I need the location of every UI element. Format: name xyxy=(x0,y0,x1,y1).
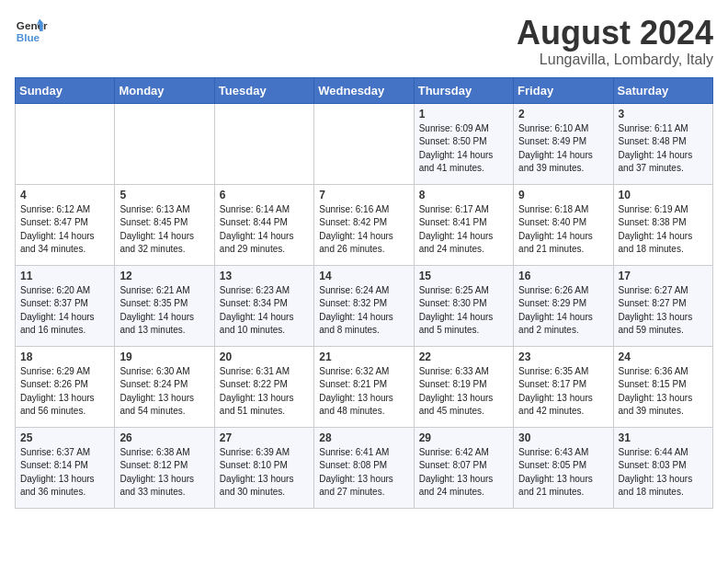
calendar-header-row: SundayMondayTuesdayWednesdayThursdayFrid… xyxy=(16,77,713,103)
day-number: 18 xyxy=(20,350,109,363)
day-info: Sunrise: 6:26 AM Sunset: 8:29 PM Dayligh… xyxy=(518,284,608,338)
week-row-3: 18Sunrise: 6:29 AM Sunset: 8:26 PM Dayli… xyxy=(16,346,713,427)
day-info: Sunrise: 6:11 AM Sunset: 8:48 PM Dayligh… xyxy=(619,122,708,176)
day-number: 26 xyxy=(119,431,209,444)
day-number: 15 xyxy=(419,270,508,282)
day-cell xyxy=(16,103,115,184)
header-monday: Monday xyxy=(115,77,214,103)
day-cell: 6Sunrise: 6:14 AM Sunset: 8:44 PM Daylig… xyxy=(214,184,313,265)
day-number: 23 xyxy=(518,350,608,363)
day-info: Sunrise: 6:30 AM Sunset: 8:24 PM Dayligh… xyxy=(119,365,209,419)
day-info: Sunrise: 6:24 AM Sunset: 8:32 PM Dayligh… xyxy=(319,284,408,338)
day-cell: 8Sunrise: 6:17 AM Sunset: 8:41 PM Daylig… xyxy=(414,184,513,265)
day-cell: 29Sunrise: 6:42 AM Sunset: 8:07 PM Dayli… xyxy=(414,427,513,508)
day-cell: 15Sunrise: 6:25 AM Sunset: 8:30 PM Dayli… xyxy=(414,265,513,346)
day-number: 7 xyxy=(319,189,408,201)
day-number: 13 xyxy=(220,270,309,282)
day-info: Sunrise: 6:19 AM Sunset: 8:38 PM Dayligh… xyxy=(619,203,708,257)
day-cell: 27Sunrise: 6:39 AM Sunset: 8:10 PM Dayli… xyxy=(214,427,313,508)
day-cell xyxy=(214,103,313,184)
day-info: Sunrise: 6:17 AM Sunset: 8:41 PM Dayligh… xyxy=(419,203,508,257)
logo: General Blue xyxy=(15,15,48,48)
day-info: Sunrise: 6:38 AM Sunset: 8:12 PM Dayligh… xyxy=(119,446,209,500)
day-cell: 4Sunrise: 6:12 AM Sunset: 8:47 PM Daylig… xyxy=(16,184,115,265)
day-number: 27 xyxy=(220,431,309,444)
day-info: Sunrise: 6:37 AM Sunset: 8:14 PM Dayligh… xyxy=(20,446,109,500)
header-thursday: Thursday xyxy=(414,77,513,103)
header-tuesday: Tuesday xyxy=(214,77,313,103)
day-cell: 30Sunrise: 6:43 AM Sunset: 8:05 PM Dayli… xyxy=(514,427,613,508)
svg-text:Blue: Blue xyxy=(17,31,40,43)
week-row-0: 1Sunrise: 6:09 AM Sunset: 8:50 PM Daylig… xyxy=(16,103,713,184)
day-cell: 23Sunrise: 6:35 AM Sunset: 8:17 PM Dayli… xyxy=(514,346,613,427)
day-number: 21 xyxy=(319,350,408,363)
week-row-1: 4Sunrise: 6:12 AM Sunset: 8:47 PM Daylig… xyxy=(16,184,713,265)
day-info: Sunrise: 6:10 AM Sunset: 8:49 PM Dayligh… xyxy=(518,122,608,176)
day-number: 6 xyxy=(220,189,309,201)
day-cell: 25Sunrise: 6:37 AM Sunset: 8:14 PM Dayli… xyxy=(16,427,115,508)
day-info: Sunrise: 6:14 AM Sunset: 8:44 PM Dayligh… xyxy=(220,203,309,257)
day-cell: 17Sunrise: 6:27 AM Sunset: 8:27 PM Dayli… xyxy=(613,265,712,346)
day-cell: 21Sunrise: 6:32 AM Sunset: 8:21 PM Dayli… xyxy=(314,346,414,427)
day-number: 31 xyxy=(619,431,708,444)
day-info: Sunrise: 6:32 AM Sunset: 8:21 PM Dayligh… xyxy=(319,365,408,419)
day-cell: 26Sunrise: 6:38 AM Sunset: 8:12 PM Dayli… xyxy=(115,427,214,508)
day-cell: 13Sunrise: 6:23 AM Sunset: 8:34 PM Dayli… xyxy=(214,265,313,346)
day-info: Sunrise: 6:12 AM Sunset: 8:47 PM Dayligh… xyxy=(20,203,109,257)
day-info: Sunrise: 6:42 AM Sunset: 8:07 PM Dayligh… xyxy=(419,446,508,500)
day-info: Sunrise: 6:29 AM Sunset: 8:26 PM Dayligh… xyxy=(20,365,109,419)
day-cell: 28Sunrise: 6:41 AM Sunset: 8:08 PM Dayli… xyxy=(314,427,414,508)
day-number: 14 xyxy=(319,270,408,282)
day-cell: 18Sunrise: 6:29 AM Sunset: 8:26 PM Dayli… xyxy=(16,346,115,427)
day-cell: 12Sunrise: 6:21 AM Sunset: 8:35 PM Dayli… xyxy=(115,265,214,346)
day-info: Sunrise: 6:16 AM Sunset: 8:42 PM Dayligh… xyxy=(319,203,408,257)
day-cell: 19Sunrise: 6:30 AM Sunset: 8:24 PM Dayli… xyxy=(115,346,214,427)
day-number: 12 xyxy=(119,270,209,282)
day-info: Sunrise: 6:35 AM Sunset: 8:17 PM Dayligh… xyxy=(518,365,608,419)
day-number: 24 xyxy=(619,350,708,363)
day-cell: 22Sunrise: 6:33 AM Sunset: 8:19 PM Dayli… xyxy=(414,346,513,427)
calendar-subtitle: Lungavilla, Lombardy, Italy xyxy=(517,52,713,68)
day-number: 17 xyxy=(619,270,708,282)
day-number: 20 xyxy=(220,350,309,363)
day-cell: 5Sunrise: 6:13 AM Sunset: 8:45 PM Daylig… xyxy=(115,184,214,265)
day-cell: 31Sunrise: 6:44 AM Sunset: 8:03 PM Dayli… xyxy=(613,427,712,508)
day-cell: 3Sunrise: 6:11 AM Sunset: 8:48 PM Daylig… xyxy=(613,103,712,184)
day-number: 10 xyxy=(619,189,708,201)
calendar-table: SundayMondayTuesdayWednesdayThursdayFrid… xyxy=(15,77,713,509)
day-info: Sunrise: 6:27 AM Sunset: 8:27 PM Dayligh… xyxy=(619,284,708,338)
day-number: 11 xyxy=(20,270,109,282)
header-friday: Friday xyxy=(514,77,613,103)
day-number: 5 xyxy=(119,189,209,201)
day-info: Sunrise: 6:21 AM Sunset: 8:35 PM Dayligh… xyxy=(119,284,209,338)
day-cell: 2Sunrise: 6:10 AM Sunset: 8:49 PM Daylig… xyxy=(514,103,613,184)
header-saturday: Saturday xyxy=(613,77,712,103)
day-info: Sunrise: 6:20 AM Sunset: 8:37 PM Dayligh… xyxy=(20,284,109,338)
day-cell: 24Sunrise: 6:36 AM Sunset: 8:15 PM Dayli… xyxy=(613,346,712,427)
day-number: 22 xyxy=(419,350,508,363)
day-number: 25 xyxy=(20,431,109,444)
day-info: Sunrise: 6:39 AM Sunset: 8:10 PM Dayligh… xyxy=(220,446,309,500)
day-cell: 10Sunrise: 6:19 AM Sunset: 8:38 PM Dayli… xyxy=(613,184,712,265)
day-info: Sunrise: 6:33 AM Sunset: 8:19 PM Dayligh… xyxy=(419,365,508,419)
day-info: Sunrise: 6:36 AM Sunset: 8:15 PM Dayligh… xyxy=(619,365,708,419)
calendar-title: August 2024 xyxy=(517,15,713,52)
day-cell: 7Sunrise: 6:16 AM Sunset: 8:42 PM Daylig… xyxy=(314,184,414,265)
day-cell: 9Sunrise: 6:18 AM Sunset: 8:40 PM Daylig… xyxy=(514,184,613,265)
header-sunday: Sunday xyxy=(16,77,115,103)
day-number: 1 xyxy=(419,108,508,121)
day-info: Sunrise: 6:13 AM Sunset: 8:45 PM Dayligh… xyxy=(119,203,209,257)
day-number: 28 xyxy=(319,431,408,444)
day-number: 2 xyxy=(518,108,608,121)
day-number: 4 xyxy=(20,189,109,201)
page-header: General Blue August 2024 Lungavilla, Lom… xyxy=(15,15,713,68)
day-info: Sunrise: 6:18 AM Sunset: 8:40 PM Dayligh… xyxy=(518,203,608,257)
week-row-4: 25Sunrise: 6:37 AM Sunset: 8:14 PM Dayli… xyxy=(16,427,713,508)
week-row-2: 11Sunrise: 6:20 AM Sunset: 8:37 PM Dayli… xyxy=(16,265,713,346)
day-cell: 14Sunrise: 6:24 AM Sunset: 8:32 PM Dayli… xyxy=(314,265,414,346)
day-number: 8 xyxy=(419,189,508,201)
day-number: 9 xyxy=(518,189,608,201)
day-info: Sunrise: 6:09 AM Sunset: 8:50 PM Dayligh… xyxy=(419,122,508,176)
day-info: Sunrise: 6:25 AM Sunset: 8:30 PM Dayligh… xyxy=(419,284,508,338)
day-info: Sunrise: 6:31 AM Sunset: 8:22 PM Dayligh… xyxy=(220,365,309,419)
